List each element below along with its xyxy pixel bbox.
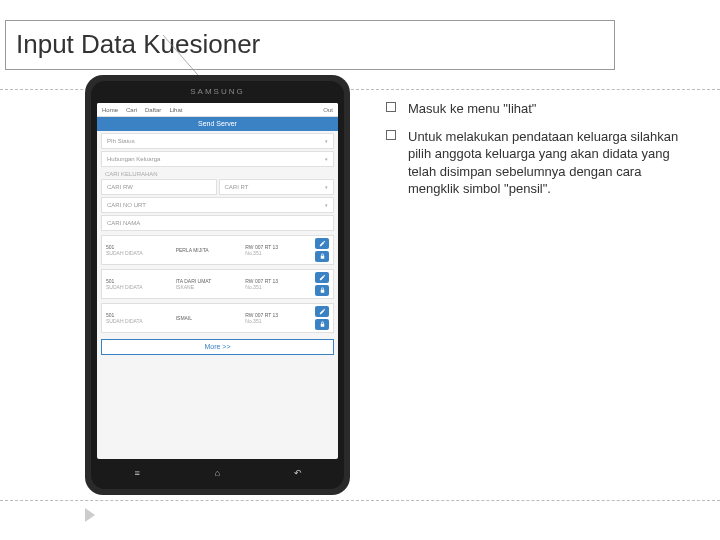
chevron-down-icon: ▾: [325, 156, 328, 162]
bullet-icon: [386, 130, 396, 140]
bullet-icon: [386, 102, 396, 112]
play-icon: [85, 508, 95, 522]
lock-icon[interactable]: [315, 319, 329, 330]
label-kelurahan: CARI KELURAHAN: [105, 171, 330, 177]
phone-body: SAMSUNG Home Cari Daftar Lihat Out Send …: [91, 81, 344, 489]
instruction-text: Untuk melakukan pendataan keluarga silah…: [408, 128, 696, 198]
more-button[interactable]: More >>: [101, 339, 334, 355]
send-server-bar[interactable]: Send Server: [97, 117, 338, 131]
nav-out[interactable]: Out: [323, 107, 333, 113]
field-rw[interactable]: CARI RW: [101, 179, 217, 195]
nav-cari[interactable]: Cari: [126, 107, 137, 113]
chevron-down-icon: ▾: [325, 138, 328, 144]
pencil-icon[interactable]: [315, 306, 329, 317]
instruction-text: Masuk ke menu "lihat": [408, 100, 536, 118]
nav-daftar[interactable]: Daftar: [145, 107, 161, 113]
instruction-list: Masuk ke menu "lihat" Untuk melakukan pe…: [386, 100, 696, 208]
table-row: 501SUDAH DIDATA PERLA MIJITA RW 007 RT 1…: [101, 235, 334, 265]
list-item: Untuk melakukan pendataan keluarga silah…: [386, 128, 696, 198]
phone-screen: Home Cari Daftar Lihat Out Send Server P…: [97, 103, 338, 459]
menu-icon[interactable]: ≡: [127, 468, 147, 480]
pencil-icon[interactable]: [315, 238, 329, 249]
nav-lihat[interactable]: Lihat: [169, 107, 182, 113]
list-item: Masuk ke menu "lihat": [386, 100, 696, 118]
field-pih-status[interactable]: PIh Status▾: [101, 133, 334, 149]
field-hubungan[interactable]: Hubungan Keluarga▾: [101, 151, 334, 167]
phone-navbar: ≡ ⌂ ↶: [97, 465, 338, 483]
chevron-down-icon: ▾: [325, 184, 328, 190]
title-container: Input Data Kuesioner: [5, 20, 615, 70]
chevron-down-icon: ▾: [325, 202, 328, 208]
field-nourut[interactable]: CARI NO URT▾: [101, 197, 334, 213]
table-row: 501SUDAH DIDATA ITA DARI UMATISKANE RW 0…: [101, 269, 334, 299]
lock-icon[interactable]: [315, 251, 329, 262]
nav-home[interactable]: Home: [102, 107, 118, 113]
field-rt[interactable]: CARI RT▾: [219, 179, 335, 195]
phone-mockup: SAMSUNG Home Cari Daftar Lihat Out Send …: [85, 75, 350, 495]
page-title: Input Data Kuesioner: [16, 29, 604, 60]
app-topbar: Home Cari Daftar Lihat Out: [97, 103, 338, 117]
home-icon[interactable]: ⌂: [207, 468, 227, 480]
table-row: 501SUDAH DIDATA ISMAIL RW 007 RT 13No.35…: [101, 303, 334, 333]
phone-brand: SAMSUNG: [91, 87, 344, 96]
divider-bottom: [0, 500, 720, 501]
pencil-icon[interactable]: [315, 272, 329, 283]
back-icon[interactable]: ↶: [288, 468, 308, 480]
lock-icon[interactable]: [315, 285, 329, 296]
field-nama[interactable]: CARI NAMA: [101, 215, 334, 231]
